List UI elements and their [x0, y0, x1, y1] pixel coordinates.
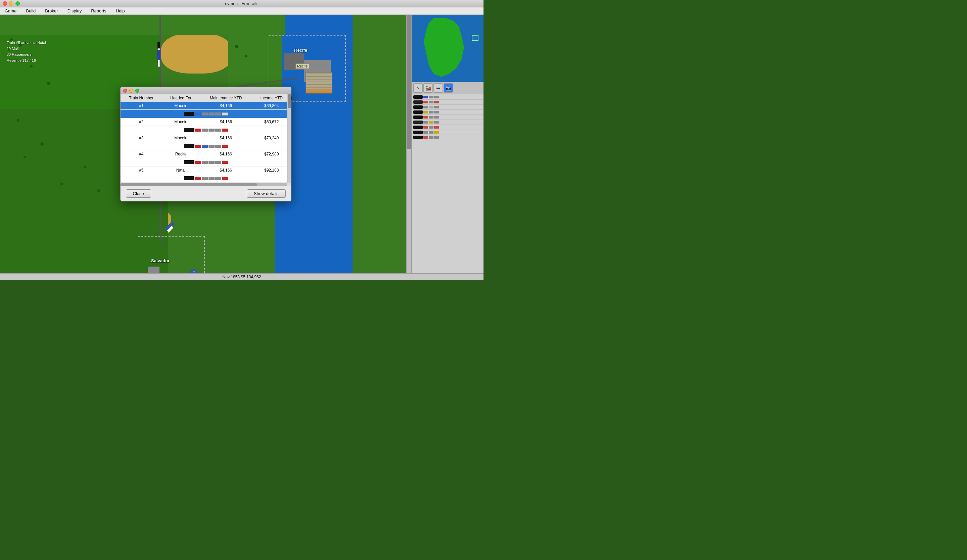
menu-help[interactable]: Help [114, 8, 127, 14]
train-car [195, 177, 201, 180]
col-train-number: Train Number [120, 94, 163, 102]
desert-patch-1 [161, 33, 232, 74]
train-car [222, 145, 228, 148]
train-visual [123, 160, 289, 165]
table-row[interactable]: #5 Natal $4,166 $92,183 [120, 166, 291, 174]
train-visual-row[interactable] [120, 126, 291, 134]
train-engine [184, 160, 195, 164]
cell-number: #4 [120, 150, 163, 158]
train-car [222, 128, 228, 132]
table-row[interactable]: #4 Recife $4,166 $72,980 [120, 150, 291, 158]
train-car [202, 161, 208, 164]
info-line1: Train #5 arrives at Natal [7, 40, 46, 46]
right-panel: ↖ 🚂 ═ 📷 [411, 15, 484, 273]
train-strip-3 [413, 105, 483, 110]
cell-number: #3 [120, 134, 163, 142]
train-engine [184, 144, 195, 148]
train-car [195, 161, 201, 164]
train-strip-8 [413, 130, 483, 135]
train-car [215, 128, 221, 132]
cell-headed-for: Maceio [162, 134, 200, 142]
train-strip-1 [413, 95, 483, 100]
map-scrollbar[interactable] [406, 15, 411, 273]
cell-income: $72,980 [252, 150, 291, 158]
cell-maintenance: $4,166 [200, 166, 252, 174]
tool-train[interactable]: 🚂 [423, 83, 433, 93]
close-button[interactable]: Close [126, 189, 151, 198]
train-visual [123, 111, 289, 117]
menu-game[interactable]: Game [3, 8, 18, 14]
cell-income: $70,249 [252, 134, 291, 142]
table-row[interactable]: #3 Maceio $4,166 $70,249 [120, 134, 291, 142]
toolbar: ↖ 🚂 ═ 📷 [412, 82, 484, 94]
menu-build[interactable]: Build [24, 8, 38, 14]
train-car [202, 177, 208, 180]
cell-income: $60,672 [252, 118, 291, 126]
table-row[interactable]: #2 Maceio $4,166 $60,672 [120, 118, 291, 126]
tool-cursor[interactable]: ↖ [413, 83, 423, 93]
dialog-table-container[interactable]: Train Number Headed For Maintenance YTD … [120, 94, 291, 183]
train-strip-6 [413, 120, 483, 125]
train-car [222, 161, 228, 164]
tool-camera[interactable]: 📷 [444, 83, 453, 93]
train-visual-row[interactable] [120, 110, 291, 118]
salvador-anchor: ⚓ [190, 269, 198, 273]
train-visual-row[interactable] [120, 158, 291, 166]
menu-broker[interactable]: Broker [43, 8, 60, 14]
tool-track[interactable]: ═ [434, 83, 443, 93]
close-button[interactable] [3, 2, 7, 6]
train-visual [123, 143, 289, 149]
minimap-continent [419, 18, 469, 77]
train-engine [184, 128, 195, 132]
col-maintenance: Maintenance YTD [200, 94, 252, 102]
info-line4: Revenue $17,416 [7, 58, 46, 64]
dialog-min-btn[interactable] [129, 89, 133, 93]
train-visual-row[interactable] [120, 174, 291, 183]
salvador-city [148, 267, 160, 273]
train-strip-9 [413, 135, 483, 140]
maximize-button[interactable] [15, 2, 20, 6]
city-label-recife: Recife [294, 48, 307, 53]
train-blue-car [157, 50, 160, 60]
dialog-max-btn[interactable] [135, 89, 139, 93]
train-car [202, 128, 208, 132]
minimap[interactable] [412, 15, 484, 82]
dialog-scrollbar-thumb[interactable] [288, 94, 291, 108]
cell-income: $69,804 [252, 102, 291, 110]
train-car [208, 112, 215, 115]
menu-reports[interactable]: Reports [89, 8, 109, 14]
horizontal-scrollbar-thumb[interactable] [120, 183, 257, 186]
train-car [208, 177, 215, 180]
horizontal-scrollbar[interactable] [120, 183, 291, 186]
train-car [208, 128, 215, 132]
table-row[interactable]: #1 Maceio $4,166 $69,804 [120, 102, 291, 110]
dialog-scrollbar[interactable] [287, 94, 291, 183]
train-engine [184, 176, 195, 180]
scrollbar-thumb[interactable] [407, 15, 411, 149]
menu-bar: Game Build Broker Display Reports Help [0, 7, 484, 15]
game-area[interactable]: ⚓ Train #5 arrives at Natal 19 Mail 80 P… [0, 15, 484, 273]
train-car [222, 177, 228, 180]
train-strip-2 [413, 100, 483, 105]
green-top [0, 15, 285, 35]
train-car [215, 145, 221, 148]
train-car [195, 128, 201, 132]
dialog-table-wrapper: Train Number Headed For Maintenance YTD … [120, 94, 291, 183]
menu-display[interactable]: Display [66, 8, 84, 14]
cell-headed-for: Recife [162, 150, 200, 158]
info-line2: 19 Mail [7, 46, 46, 52]
minimize-button[interactable] [9, 2, 13, 6]
train-car [215, 112, 221, 115]
minimap-viewport [472, 35, 479, 41]
info-line3: 80 Passengers [7, 52, 46, 58]
dialog-close-btn[interactable] [123, 89, 127, 93]
train-list-panel [412, 94, 484, 273]
show-details-button[interactable]: Show details [247, 189, 286, 198]
train-strip-4 [413, 110, 483, 115]
cell-maintenance: $4,166 [200, 118, 252, 126]
info-overlay: Train #5 arrives at Natal 19 Mail 80 Pas… [7, 40, 46, 63]
train-dialog: Train Number Headed For Maintenance YTD … [120, 87, 292, 201]
train-visual-row[interactable] [120, 142, 291, 150]
train-car [195, 145, 201, 148]
cell-headed-for: Maceio [162, 102, 200, 110]
